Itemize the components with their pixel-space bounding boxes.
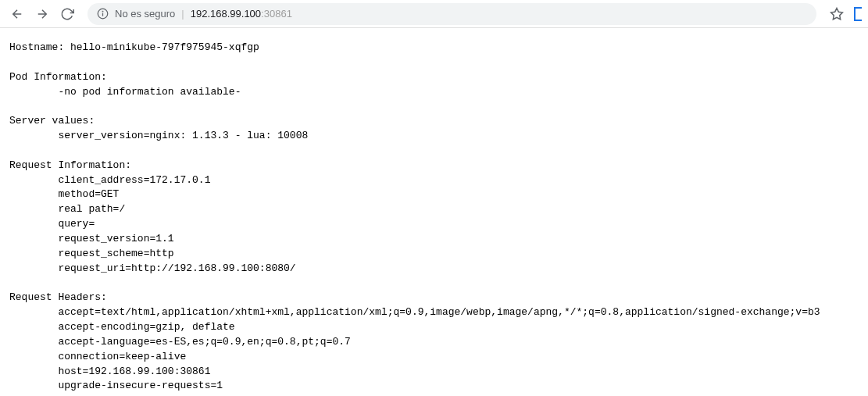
reload-icon [60, 7, 74, 21]
request-headers-header: Request Headers: [9, 291, 107, 303]
bookmark-button[interactable] [826, 3, 848, 25]
request-info-header: Request Information: [9, 159, 131, 171]
svg-marker-3 [831, 8, 843, 19]
server-values-header: Server values: [9, 115, 95, 127]
pod-info-value: -no pod information available- [9, 86, 241, 98]
url-text: 192.168.99.100:30861 [191, 8, 292, 20]
arrow-right-icon [35, 7, 49, 21]
url-host: 192.168.99.100 [191, 8, 261, 20]
url-port: :30861 [261, 8, 292, 20]
page-content: Hostname: hello-minikube-797f975945-xqfg… [0, 28, 868, 396]
request-headers-lines: accept=text/html,application/xhtml+xml,a… [9, 306, 856, 396]
divider: | [181, 8, 184, 20]
forward-button[interactable] [31, 3, 53, 25]
back-button[interactable] [6, 3, 28, 25]
browser-toolbar: No es seguro | 192.168.99.100:30861 [0, 0, 868, 28]
request-info-lines: client_address=172.17.0.1 method=GET rea… [9, 174, 296, 274]
insecure-label: No es seguro [115, 8, 175, 20]
star-icon [830, 7, 844, 21]
pod-info-header: Pod Information: [9, 71, 107, 83]
reload-button[interactable] [56, 3, 78, 25]
address-bar[interactable]: No es seguro | 192.168.99.100:30861 [88, 3, 816, 25]
edge-indicator [854, 7, 862, 21]
arrow-left-icon [10, 7, 24, 21]
svg-point-2 [102, 11, 103, 12]
info-icon [97, 8, 109, 20]
server-values: server_version=nginx: 1.13.3 - lua: 1000… [9, 130, 308, 141]
hostname-line: Hostname: hello-minikube-797f975945-xqfg… [9, 41, 259, 53]
